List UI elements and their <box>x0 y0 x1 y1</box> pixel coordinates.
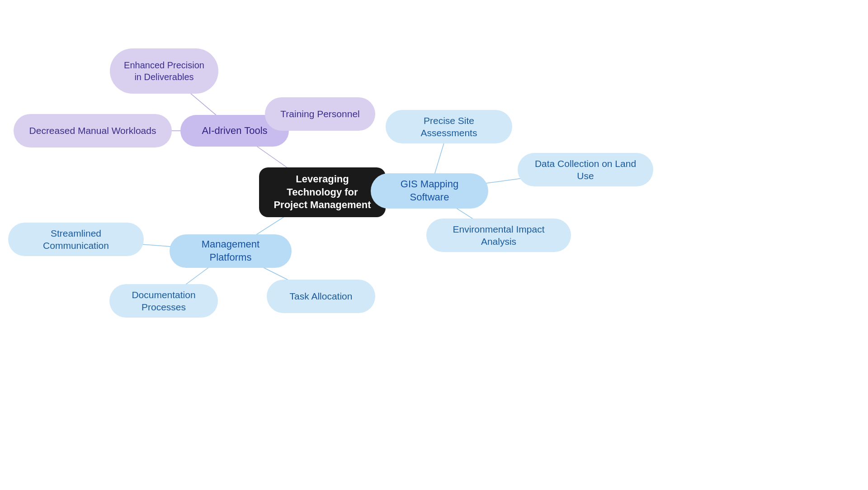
training-personnel-label: Training Personnel <box>280 108 360 120</box>
environmental-impact-node: Environmental Impact Analysis <box>426 219 571 252</box>
center-label: Leveraging Technology for Project Manage… <box>272 173 373 212</box>
ai-driven-tools-label: AI-driven Tools <box>202 124 267 138</box>
management-platforms-node: Management Platforms <box>170 234 292 268</box>
training-personnel-node: Training Personnel <box>265 97 375 131</box>
enhanced-precision-node: Enhanced Precision in Deliverables <box>110 48 218 94</box>
documentation-node: Documentation Processes <box>109 284 218 318</box>
gis-mapping-label: GIS Mapping Software <box>383 178 476 204</box>
environmental-impact-label: Environmental Impact Analysis <box>439 223 558 248</box>
task-allocation-node: Task Allocation <box>267 280 375 313</box>
streamlined-comm-label: Streamlined Communication <box>21 227 131 252</box>
precise-site-node: Precise Site Assessments <box>386 110 512 143</box>
decreased-workloads-node: Decreased Manual Workloads <box>14 114 172 147</box>
precise-site-label: Precise Site Assessments <box>398 114 500 139</box>
decreased-workloads-label: Decreased Manual Workloads <box>29 124 156 137</box>
gis-mapping-node: GIS Mapping Software <box>371 173 488 209</box>
data-collection-label: Data Collection on Land Use <box>530 157 641 182</box>
data-collection-node: Data Collection on Land Use <box>518 153 653 186</box>
streamlined-comm-node: Streamlined Communication <box>8 223 144 256</box>
enhanced-precision-label: Enhanced Precision in Deliverables <box>123 59 206 83</box>
task-allocation-label: Task Allocation <box>290 290 353 302</box>
documentation-label: Documentation Processes <box>122 289 205 314</box>
center-node: Leveraging Technology for Project Manage… <box>259 167 386 217</box>
management-platforms-label: Management Platforms <box>182 238 279 264</box>
